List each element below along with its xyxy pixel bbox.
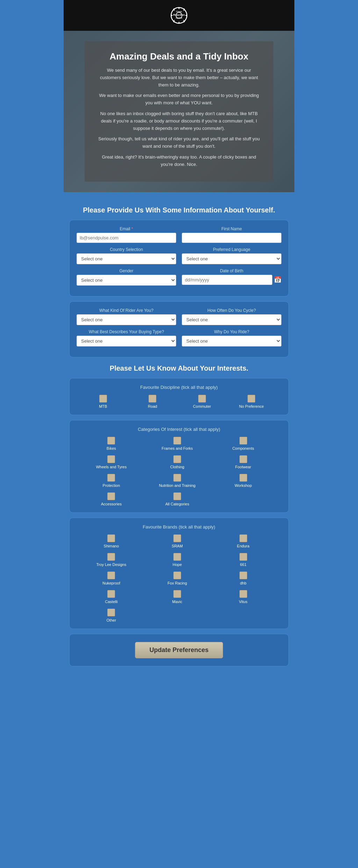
castelli-label: Castelli xyxy=(105,600,117,604)
list-item: Clothing xyxy=(146,455,209,469)
list-item: Commuter xyxy=(179,395,225,408)
nukeproof-checkbox[interactable] xyxy=(107,572,115,579)
endura-checkbox[interactable] xyxy=(239,534,247,542)
header: Chain Reaction cycles xyxy=(64,0,294,31)
rider-info-card: What Kind Of Rider Are You? Select one H… xyxy=(69,301,289,357)
hero-para-3: No one likes an inbox clogged with borin… xyxy=(97,110,261,132)
other-label: Other xyxy=(107,618,116,622)
discipline-card: Favourite Discipline (tick all that appl… xyxy=(69,378,289,415)
dhb-label: dhb xyxy=(240,581,246,585)
components-checkbox[interactable] xyxy=(239,437,247,444)
wheels-checkbox[interactable] xyxy=(107,455,115,463)
hope-checkbox[interactable] xyxy=(173,553,181,561)
frames-label: Frames and Forks xyxy=(162,446,193,450)
list-item: Footwear xyxy=(212,455,274,469)
logo-gear-icon: Chain Reaction cycles xyxy=(170,6,188,24)
accessories-label: Accessories xyxy=(101,502,122,506)
sixsixone-checkbox[interactable] xyxy=(239,553,247,561)
bikes-checkbox[interactable] xyxy=(107,437,115,444)
workshop-checkbox[interactable] xyxy=(239,474,247,482)
dhb-checkbox[interactable] xyxy=(239,572,247,579)
submit-button[interactable]: Update Preferences xyxy=(135,642,223,658)
buying-whyride-row: What Best Describes Your Buying Type? Se… xyxy=(77,329,281,346)
list-item: 661 xyxy=(212,553,274,567)
road-label: Road xyxy=(148,404,157,408)
shimano-label: Shimano xyxy=(104,544,119,548)
buying-col: What Best Describes Your Buying Type? Se… xyxy=(77,329,176,346)
dob-wrapper: 📅 xyxy=(182,275,281,285)
gender-select[interactable]: Select one xyxy=(77,275,176,286)
troyleedesigns-checkbox[interactable] xyxy=(107,553,115,561)
gender-col: Gender Select one xyxy=(77,268,176,286)
troyleedesigns-label: Troy Lee Designs xyxy=(96,562,126,567)
sram-label: SRAM xyxy=(172,544,183,548)
no-preference-label: No Preference xyxy=(239,404,264,408)
all-categories-checkbox[interactable] xyxy=(173,492,181,500)
mavic-label: Mavic xyxy=(172,600,182,604)
rider-label: What Kind Of Rider Are You? xyxy=(77,308,176,313)
firstname-col: First Name xyxy=(182,226,281,243)
list-item: Nutrition and Training xyxy=(146,474,209,488)
calendar-icon[interactable]: 📅 xyxy=(274,276,281,284)
logo: Chain Reaction cycles xyxy=(70,6,288,24)
nutrition-checkbox[interactable] xyxy=(173,474,181,482)
mavic-checkbox[interactable] xyxy=(173,590,181,598)
dob-input[interactable] xyxy=(182,275,272,285)
sixsixone-label: 661 xyxy=(240,562,246,567)
gender-dob-row: Gender Select one Date of Birth 📅 xyxy=(77,268,281,286)
list-item: Components xyxy=(212,437,274,450)
main-content: Please Provide Us With Some Information … xyxy=(64,192,294,678)
cycle-select[interactable]: Select one xyxy=(182,314,281,325)
protection-checkbox[interactable] xyxy=(107,474,115,482)
accessories-checkbox[interactable] xyxy=(107,492,115,500)
foxracing-checkbox[interactable] xyxy=(173,572,181,579)
hero-para-4: Seriously though, tell us what kind of r… xyxy=(97,135,261,150)
shimano-checkbox[interactable] xyxy=(107,534,115,542)
language-col: Preferred Language Select one xyxy=(182,247,281,264)
hero-para-5: Great idea, right? It's brain-witheringl… xyxy=(97,154,261,168)
rider-select[interactable]: Select one xyxy=(77,314,176,325)
whyride-select[interactable]: Select one xyxy=(182,336,281,346)
castelli-checkbox[interactable] xyxy=(107,590,115,598)
discipline-grid: MTB Road Commuter No Preference xyxy=(77,395,281,408)
footwear-checkbox[interactable] xyxy=(239,455,247,463)
list-item: Road xyxy=(130,395,176,408)
country-label: Country Selection xyxy=(77,247,176,252)
nutrition-label: Nutrition and Training xyxy=(159,483,196,488)
dob-label: Date of Birth xyxy=(182,268,281,273)
all-categories-label: All Categories xyxy=(165,502,189,506)
list-item: Bikes xyxy=(80,437,143,450)
required-star: * xyxy=(131,226,133,231)
svg-text:Chain: Chain xyxy=(176,10,182,13)
language-select[interactable]: Select one xyxy=(182,253,281,264)
gender-label: Gender xyxy=(77,268,176,273)
other-checkbox[interactable] xyxy=(107,609,115,616)
email-input[interactable] xyxy=(77,233,176,243)
vitus-checkbox[interactable] xyxy=(239,590,247,598)
categories-card: Categories Of Interest (tick all that ap… xyxy=(69,420,289,513)
hope-label: Hope xyxy=(173,562,182,567)
hero-content-box: Amazing Deals and a Tidy Inbox We send m… xyxy=(85,41,273,182)
brands-card: Favourite Brands (tick all that apply) S… xyxy=(69,518,289,629)
list-item: Accessories xyxy=(80,492,143,506)
country-select[interactable]: Select one xyxy=(77,253,176,264)
cycle-label: How Often Do You Cycle? xyxy=(182,308,281,313)
frames-checkbox[interactable] xyxy=(173,437,181,444)
brands-grid: Shimano SRAM Endura Troy Lee Designs Hop… xyxy=(77,534,281,622)
buying-select[interactable]: Select one xyxy=(77,336,176,346)
protection-label: Protection xyxy=(103,483,120,488)
list-item: Workshop xyxy=(212,474,274,488)
rider-cycle-row: What Kind Of Rider Are You? Select one H… xyxy=(77,308,281,325)
commuter-checkbox[interactable] xyxy=(198,395,206,402)
personal-info-card: Email * First Name Country Selection Sel… xyxy=(69,220,289,296)
bikes-label: Bikes xyxy=(107,446,116,450)
list-item: Mavic xyxy=(146,590,209,604)
foxracing-label: Fox Racing xyxy=(167,581,187,585)
clothing-checkbox[interactable] xyxy=(173,455,181,463)
road-checkbox[interactable] xyxy=(149,395,156,402)
no-preference-checkbox[interactable] xyxy=(248,395,255,402)
sram-checkbox[interactable] xyxy=(173,534,181,542)
mtb-checkbox[interactable] xyxy=(99,395,107,402)
svg-text:cycles: cycles xyxy=(176,17,182,19)
firstname-input[interactable] xyxy=(182,233,281,243)
